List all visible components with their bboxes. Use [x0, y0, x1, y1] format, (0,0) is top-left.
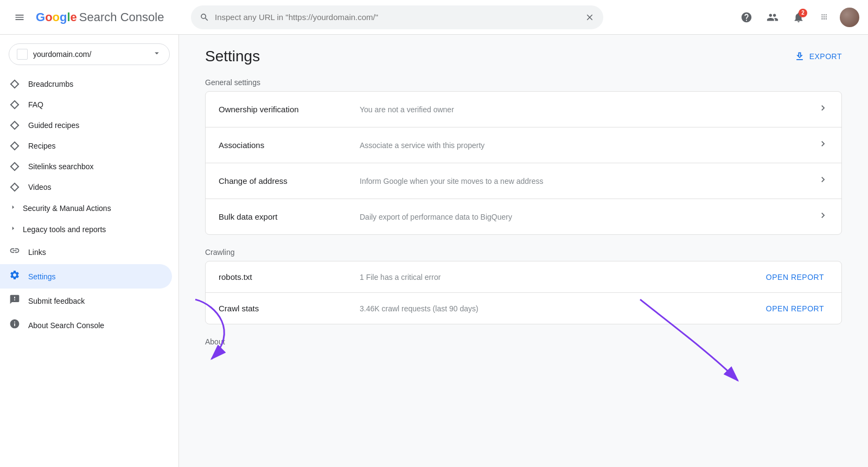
- chevron-right-icon: [818, 138, 828, 152]
- sidebar-item-label: Settings: [28, 272, 56, 281]
- sidebar-item-label: Breadcrumbs: [28, 80, 73, 88]
- sidebar-item-label: Sitelinks searchbox: [28, 162, 94, 171]
- main-wrapper: Settings EXPORT General settings Ownersh…: [179, 35, 868, 467]
- sidebar-item-label: Links: [28, 248, 46, 257]
- crawling-card: robots.txt 1 File has a critical error O…: [205, 261, 842, 324]
- sidebar-item-breadcrumbs[interactable]: Breadcrumbs: [0, 74, 172, 94]
- bulk-data-desc: Daily export of performance data to BigQ…: [360, 213, 818, 221]
- domain-selector[interactable]: yourdomain.com/: [9, 43, 170, 65]
- search-input[interactable]: [215, 12, 580, 22]
- robots-open-report-button[interactable]: OPEN REPORT: [766, 273, 824, 282]
- crawl-stats-desc: 3.46K crawl requests (last 90 days): [360, 304, 766, 313]
- bulk-data-title: Bulk data export: [219, 212, 360, 221]
- sidebar-item-settings[interactable]: Settings: [0, 264, 172, 289]
- bulk-data-export-row[interactable]: Bulk data export Daily export of perform…: [206, 199, 841, 234]
- general-settings-label: General settings: [205, 78, 842, 87]
- sidebar-item-label: FAQ: [28, 100, 43, 109]
- feedback-icon: [9, 294, 21, 308]
- crawl-stats-open-report-button[interactable]: OPEN REPORT: [766, 304, 824, 313]
- export-button[interactable]: EXPORT: [794, 51, 842, 62]
- change-address-title: Change of address: [219, 176, 360, 185]
- export-label: EXPORT: [809, 52, 842, 61]
- diamond-icon: [9, 141, 21, 151]
- ownership-row[interactable]: Ownership verification You are not a ver…: [206, 92, 841, 127]
- app-logo: Google Search Console: [36, 10, 164, 24]
- notification-badge: 2: [799, 9, 807, 17]
- sidebar-item-label: Submit feedback: [28, 297, 85, 305]
- diamond-icon: [9, 162, 21, 171]
- help-button[interactable]: [736, 7, 757, 28]
- logo-g: G: [36, 10, 45, 24]
- security-section-label: Security & Manual Actions: [23, 204, 111, 213]
- robots-txt-row[interactable]: robots.txt 1 File has a critical error O…: [206, 261, 841, 293]
- ownership-desc: You are not a verified owner: [360, 105, 818, 114]
- layout: yourdomain.com/ Breadcrumbs FAQ Guided r…: [0, 35, 868, 467]
- logo-e: e: [71, 10, 77, 24]
- apps-button[interactable]: [814, 7, 835, 28]
- settings-icon: [9, 270, 21, 283]
- security-section-header[interactable]: Security & Manual Actions: [0, 197, 178, 219]
- legacy-section-label: Legacy tools and reports: [23, 225, 106, 234]
- sidebar-item-sitelinks[interactable]: Sitelinks searchbox: [0, 156, 172, 177]
- change-address-row[interactable]: Change of address Inform Google when you…: [206, 163, 841, 199]
- sidebar-item-submit-feedback[interactable]: Submit feedback: [0, 289, 172, 313]
- domain-favicon: [17, 49, 28, 60]
- page-header: Settings EXPORT: [205, 48, 842, 65]
- main-content: Settings EXPORT General settings Ownersh…: [179, 35, 868, 467]
- logo-area: Google Search Console: [9, 7, 182, 28]
- notifications-button[interactable]: 2: [788, 7, 809, 28]
- logo-g2: g: [60, 10, 67, 24]
- chevron-right-icon: [818, 103, 828, 116]
- search-bar[interactable]: [191, 5, 603, 29]
- page-title: Settings: [205, 48, 260, 65]
- sidebar-item-recipes[interactable]: Recipes: [0, 136, 172, 156]
- avatar[interactable]: [840, 8, 859, 27]
- diamond-icon: [9, 100, 21, 110]
- crawling-label: Crawling: [205, 248, 842, 257]
- sidebar-item-label: Guided recipes: [28, 121, 79, 130]
- chevron-right-icon: [818, 174, 828, 188]
- expand-icon: [9, 224, 17, 234]
- ownership-title: Ownership verification: [219, 105, 360, 114]
- logo-o2: o: [53, 10, 60, 24]
- hamburger-menu[interactable]: [9, 7, 30, 28]
- associations-row[interactable]: Associations Associate a service with th…: [206, 127, 841, 163]
- logo-o1: o: [45, 10, 52, 24]
- sidebar-item-guided-recipes[interactable]: Guided recipes: [0, 115, 172, 136]
- change-address-desc: Inform Google when your site moves to a …: [360, 177, 818, 185]
- diamond-icon: [9, 79, 21, 89]
- logo-product-name: Search Console: [79, 10, 164, 24]
- expand-icon: [9, 203, 17, 213]
- diamond-icon: [9, 182, 21, 192]
- user-manager-button[interactable]: [762, 7, 783, 28]
- general-settings-card: Ownership verification You are not a ver…: [205, 91, 842, 235]
- clear-search-icon[interactable]: [585, 12, 595, 22]
- robots-txt-desc: 1 File has a critical error: [360, 273, 766, 282]
- sidebar-item-about[interactable]: About Search Console: [0, 313, 172, 337]
- robots-txt-title: robots.txt: [219, 272, 360, 282]
- sidebar-item-videos[interactable]: Videos: [0, 177, 172, 197]
- sidebar-item-label: Videos: [28, 183, 52, 191]
- links-icon: [9, 245, 21, 259]
- associations-desc: Associate a service with this property: [360, 141, 818, 150]
- crawl-stats-title: Crawl stats: [219, 304, 360, 313]
- associations-title: Associations: [219, 140, 360, 150]
- topbar: Google Search Console: [0, 0, 868, 35]
- crawl-stats-row[interactable]: Crawl stats 3.46K crawl requests (last 9…: [206, 293, 841, 324]
- about-label: About: [205, 337, 842, 346]
- sidebar-item-label: Recipes: [28, 142, 56, 150]
- sidebar-item-label: About Search Console: [28, 321, 104, 330]
- sidebar: yourdomain.com/ Breadcrumbs FAQ Guided r…: [0, 35, 179, 467]
- chevron-right-icon: [818, 210, 828, 223]
- sidebar-item-faq[interactable]: FAQ: [0, 94, 172, 115]
- sidebar-item-links[interactable]: Links: [0, 240, 172, 264]
- chevron-down-icon: [152, 48, 162, 60]
- info-icon: [9, 318, 21, 332]
- search-icon: [200, 12, 209, 22]
- domain-name: yourdomain.com/: [33, 50, 146, 59]
- diamond-icon: [9, 120, 21, 130]
- topbar-actions: 2: [736, 7, 859, 28]
- legacy-section-header[interactable]: Legacy tools and reports: [0, 219, 178, 240]
